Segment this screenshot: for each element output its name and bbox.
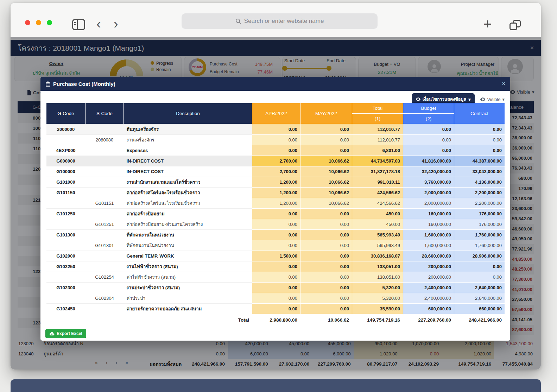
cell-description: งานไฟฟ้าชั่วคราว (สนาม)	[124, 261, 252, 272]
cell-total: 5,320.00	[352, 283, 403, 293]
cell-gcode: G100000	[46, 166, 86, 177]
cell-apr: 1,500.00	[252, 251, 300, 261]
cell-contract: 2,640,000.00	[454, 283, 505, 293]
modal-table-row[interactable]: G101250ค่าก่อสร้างป้อมยาม0.000.00450.001…	[46, 209, 505, 219]
cell-gcode: 2000000	[46, 124, 86, 135]
cell-apr: 0.00	[252, 124, 300, 135]
bg-visible-toggle[interactable]: Visible ▾	[510, 89, 534, 95]
modal-table-row[interactable]: G102304ค่าประปา0.000.005,320.002,400,000…	[46, 293, 505, 304]
modal-table-row[interactable]: G101150ค่าก่อสร้างสโตร์และโรงเรือนชั่วคร…	[46, 188, 505, 198]
modal-table-row[interactable]: G101301ที่พักคนงานในหน่วยงาน0.000.00565,…	[46, 240, 505, 251]
col-gcode: G-Code	[46, 103, 86, 124]
export-excel-button[interactable]: Export Excel	[45, 329, 86, 338]
bg-row-code: 123020	[15, 339, 41, 349]
modal-table-row[interactable]: G102254ค่าไฟฟ้าชั่วคราว (สนาม)0.000.0013…	[46, 272, 505, 283]
minimize-window-button[interactable]	[36, 20, 41, 25]
cell-description: ที่พักคนงานในหน่วยงาน	[124, 230, 252, 240]
close-window-button[interactable]	[25, 20, 30, 25]
bg-row-value: 1,020.00	[354, 349, 400, 359]
start-date-handle[interactable]	[282, 66, 287, 71]
modal-table-row[interactable]: G101151ค่าก่อสร้างสโตร์และโรงเรือนชั่วคร…	[46, 198, 505, 209]
person-icon	[429, 63, 439, 73]
cell-budget: 3,760,000.00	[403, 177, 454, 188]
cell-gcode	[46, 198, 86, 209]
cell-total: 138,051.00	[352, 272, 403, 283]
table-footer: Total 2,980,800.00 10,066.62 149,754,719…	[46, 314, 505, 326]
modal-table-row[interactable]: G102300งานประปาชั่วคราว (สนาม)0.000.005,…	[46, 283, 505, 293]
cell-scode	[86, 230, 124, 240]
end-date-label: End Date	[317, 58, 355, 63]
cell-description: ค่ายามรักษาความปลอดภัย สนง.สนาม	[124, 304, 252, 314]
cell-apr: 0.00	[252, 240, 300, 251]
new-tab-button[interactable]: +	[483, 16, 492, 32]
modal-table-row[interactable]: 4EXP000Expenses0.000.006,801.000.000.00	[46, 145, 505, 156]
cell-description: ค่าประปา	[124, 293, 252, 304]
modal-table-row[interactable]: G101000งานสำนักงานสนามและสโตร์ชั่วคราว1,…	[46, 177, 505, 188]
address-search-input[interactable]: Search or enter website name	[182, 13, 378, 29]
cell-budget: 32,420,000.00	[403, 166, 454, 177]
purchase-cost-table: G-Code S-Code Description APR/2022 MAY/2…	[46, 103, 505, 326]
cell-scode	[86, 209, 124, 219]
tab-overview-icon[interactable]	[509, 20, 521, 30]
modal-table-row[interactable]: G102250งานไฟฟ้าชั่วคราว (สนาม)0.000.0013…	[46, 261, 505, 272]
maximize-window-button[interactable]	[47, 20, 52, 25]
pm-avatar	[428, 60, 441, 73]
table-body: 2000000ต้นทุนเครื่องจักร0.000.00112,010.…	[46, 124, 505, 314]
cell-scode	[86, 124, 124, 135]
cell-contract: 176,000.00	[454, 209, 505, 219]
sidebar-toggle-icon[interactable]	[72, 19, 85, 30]
grand-total-value: 80,799,217.07	[354, 359, 400, 369]
cell-apr: 0.00	[252, 230, 300, 240]
cell-budget: 28,660,000.00	[403, 251, 454, 261]
pm-label: Project Manager	[445, 62, 510, 67]
visible-toggle-button[interactable]: Visible ▾	[480, 97, 505, 102]
cell-gcode: G101000	[46, 177, 86, 188]
total-total: 149,754,719.16	[352, 314, 403, 326]
page-close-icon[interactable]: ×	[530, 44, 534, 51]
calendar-icon	[45, 81, 51, 87]
pagination-controls[interactable]: « ‹ › »	[95, 360, 132, 365]
cell-scode	[86, 283, 124, 293]
modal-close-icon[interactable]: ×	[502, 81, 505, 87]
start-date-label: Start Date	[275, 58, 314, 63]
col-description: Description	[124, 103, 252, 124]
cell-budget: 0.00	[403, 135, 454, 145]
cell-contract: 0.00	[454, 261, 505, 272]
cell-may: 0.00	[300, 145, 352, 156]
cell-apr: 0.00	[252, 209, 300, 219]
eye-icon	[480, 97, 485, 101]
end-date-handle[interactable]	[327, 66, 331, 71]
modal-table-row[interactable]: 2000000ต้นทุนเครื่องจักร0.000.00112,010.…	[46, 124, 505, 135]
grand-total-value: 227,209,760.00	[312, 359, 354, 369]
cell-apr: 0.00	[252, 135, 300, 145]
cell-description: งานประปาชั่วคราว (สนาม)	[124, 283, 252, 293]
cell-apr: 1,200.00	[252, 188, 300, 198]
modal-table-row[interactable]: G100000IN-DIRECT COST2,700.0010,066.6231…	[46, 166, 505, 177]
modal-table-row[interactable]: G000000IN-DIRECT COST2,700.0010,066.6244…	[46, 156, 505, 166]
forward-button[interactable]: ›	[114, 17, 118, 31]
cell-description: งานเครื่องจักร	[124, 135, 252, 145]
cell-scode: G101251	[86, 219, 124, 230]
modal-table-row[interactable]: G102000General TEMP. WORK1,500.000.0030,…	[46, 251, 505, 261]
bg-row-value: 6,000.00	[312, 349, 354, 359]
cell-description: General TEMP. WORK	[124, 251, 252, 261]
modal-table-row[interactable]: 2080080งานเครื่องจักร0.000.00112,010.770…	[46, 135, 505, 145]
date-range-track	[284, 68, 329, 69]
cell-scode	[86, 188, 124, 198]
cell-apr: 2,700.00	[252, 156, 300, 166]
cell-may: 10,066.62	[300, 198, 352, 209]
budget-vo-value: 227.21M	[362, 70, 412, 75]
modal-table-row[interactable]: G101300ที่พักคนงานในหน่วยงาน0.000.00565,…	[46, 230, 505, 240]
cell-gcode: G101300	[46, 230, 86, 240]
cell-description: ค่าก่อสร้างป้อมยาม	[124, 209, 252, 219]
cell-gcode	[46, 135, 86, 145]
cell-description: ค่าก่อสร้างสโตร์และโรงเรือนชั่วคราว	[124, 188, 252, 198]
back-button[interactable]: ‹	[96, 17, 101, 31]
cell-apr: 0.00	[252, 304, 300, 314]
col-contract: Contract	[454, 103, 505, 124]
modal-table-row[interactable]: G102450ค่ายามรักษาความปลอดภัย สนง.สนาม0.…	[46, 304, 505, 314]
modal-table-row[interactable]: G101251ค่าก่อสร้างป้อมยาม-ส่วนงานโครงสร้…	[46, 219, 505, 230]
cell-total: 565,993.49	[352, 230, 403, 240]
cell-budget: 0.00	[403, 124, 454, 135]
remain-dot-icon	[151, 68, 154, 71]
